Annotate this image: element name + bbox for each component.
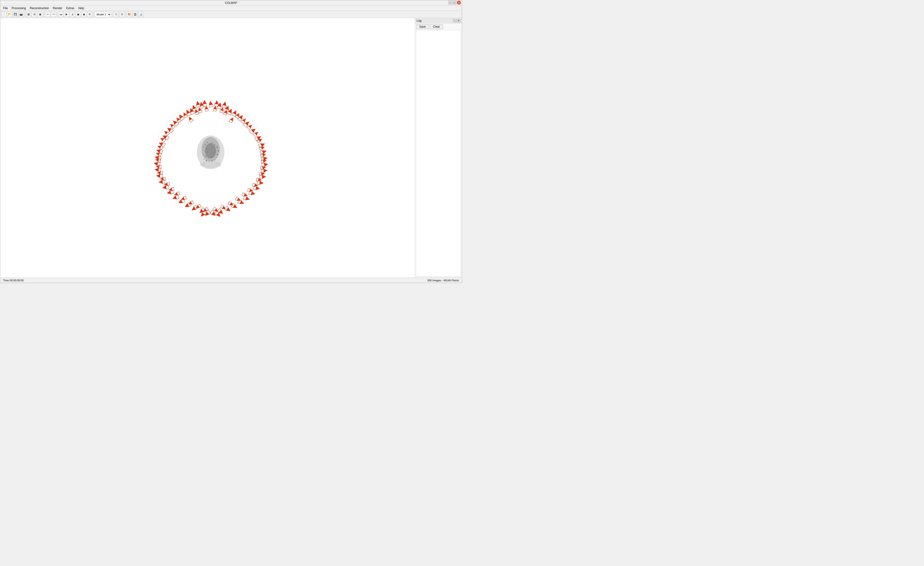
svg-point-21 (218, 150, 219, 152)
svg-point-16 (204, 150, 205, 151)
toolbar-stop-btn[interactable]: ⏹ (75, 12, 81, 17)
log-save-button[interactable]: Save (416, 24, 429, 29)
svg-point-25 (211, 156, 213, 158)
app-window: COLMAP ─ □ ✕ File Processing Reconstruct… (0, 0, 462, 283)
toolbar-snapshot-btn[interactable]: 📷 (18, 12, 24, 17)
svg-point-12 (208, 149, 209, 150)
svg-point-15 (217, 147, 218, 149)
title-bar: COLMAP ─ □ ✕ (0, 0, 462, 6)
toolbar-new-btn[interactable]: 📄 (1, 12, 6, 17)
main-content: Log ─ ✕ Save Clear (0, 18, 462, 278)
svg-point-18 (210, 153, 211, 155)
svg-point-23 (205, 156, 206, 157)
close-button[interactable]: ✕ (457, 1, 461, 5)
toolbar-prev-btn[interactable]: ↩ (45, 12, 50, 17)
log-minimize-btn[interactable]: ─ (453, 19, 456, 23)
toolbar-color3-btn[interactable]: 📊 (138, 12, 144, 17)
canvas-area (0, 18, 415, 278)
status-time: Time 00:00:00:00 (3, 279, 24, 282)
log-close-btn[interactable]: ✕ (457, 19, 460, 23)
svg-point-19 (213, 152, 214, 154)
toolbar-sep3 (57, 12, 57, 17)
svg-point-20 (215, 151, 216, 152)
toolbar-save-btn[interactable]: 💾 (13, 12, 18, 17)
menu-help[interactable]: Help (76, 6, 86, 11)
svg-point-5 (207, 142, 208, 143)
svg-point-29 (206, 160, 207, 161)
title-bar-controls: ─ □ ✕ (448, 1, 461, 5)
toolbar-redo-btn[interactable]: ↪ (51, 12, 56, 17)
title-bar-title: COLMAP (225, 1, 237, 5)
svg-point-6 (209, 143, 211, 144)
svg-point-8 (214, 144, 215, 146)
menu-bar: File Processing Reconstruction Render Ex… (0, 6, 462, 11)
svg-point-22 (202, 155, 204, 155)
status-bar: Time 00:00:00:00 300 Images - 49146 Poin… (0, 278, 462, 283)
log-clear-button[interactable]: Clear (430, 24, 443, 29)
log-header-controls: ─ ✕ (453, 19, 460, 23)
svg-point-9 (216, 146, 217, 147)
menu-extras[interactable]: Extras (64, 6, 76, 11)
log-panel: Log ─ ✕ Save Clear (415, 18, 462, 278)
menu-file[interactable]: File (1, 6, 10, 11)
toolbar-view2-btn[interactable]: ⊟ (119, 12, 124, 17)
reconstruction-view (0, 18, 415, 278)
svg-point-11 (206, 148, 207, 149)
toolbar-record-btn[interactable]: ⏺ (81, 12, 87, 17)
toolbar-color1-btn[interactable]: 🎨 (127, 12, 132, 17)
point-cloud (197, 136, 224, 169)
toolbar-sep5 (112, 12, 112, 17)
toolbar-sep1 (25, 12, 25, 17)
log-title: Log (417, 19, 422, 23)
toolbar-view1-btn[interactable]: ⊡ (114, 12, 119, 17)
status-stats: 300 Images - 49146 Points (428, 279, 459, 282)
svg-point-13 (212, 147, 213, 149)
toolbar-pause-btn[interactable]: ⏸ (70, 12, 75, 17)
svg-rect-34 (204, 162, 217, 169)
toolbar-open-btn[interactable]: 📂 (7, 12, 12, 17)
toolbar-settings-btn[interactable]: ⚙ (87, 12, 92, 17)
log-header: Log ─ ✕ (415, 18, 462, 23)
svg-point-24 (208, 157, 209, 158)
toolbar-skip-start-btn[interactable]: ⏮ (58, 12, 63, 17)
toolbar: 📄 📂 💾 📷 ▦ ⊞ ▣ ↩ ↪ ⏮ ▶ ⏸ ⏹ ⏺ ⚙ Model 1 Mo… (0, 11, 462, 18)
svg-point-32 (214, 159, 215, 161)
svg-point-28 (203, 159, 204, 160)
toolbar-color2-btn[interactable]: 🖼 (132, 12, 138, 17)
menu-processing[interactable]: Processing (10, 6, 28, 11)
menu-render[interactable]: Render (51, 6, 64, 11)
minimize-button[interactable]: ─ (448, 1, 452, 5)
toolbar-btn6[interactable]: ⊞ (32, 12, 37, 17)
svg-point-26 (214, 155, 215, 156)
svg-point-27 (217, 154, 218, 155)
svg-point-7 (212, 143, 213, 144)
viewport[interactable] (0, 18, 415, 278)
toolbar-btn5[interactable]: ▦ (26, 12, 31, 17)
svg-point-14 (214, 149, 216, 150)
toolbar-play-btn[interactable]: ▶ (64, 12, 69, 17)
svg-point-10 (203, 146, 204, 147)
log-buttons: Save Clear (415, 23, 462, 30)
svg-point-4 (204, 144, 206, 145)
restore-button[interactable]: □ (453, 1, 456, 5)
toolbar-btn7[interactable]: ▣ (38, 12, 43, 17)
svg-point-17 (206, 152, 207, 153)
menu-reconstruction[interactable]: Reconstruction (28, 6, 51, 11)
log-content[interactable] (416, 30, 461, 276)
model-dropdown[interactable]: Model 1 Model 2 (94, 12, 111, 17)
